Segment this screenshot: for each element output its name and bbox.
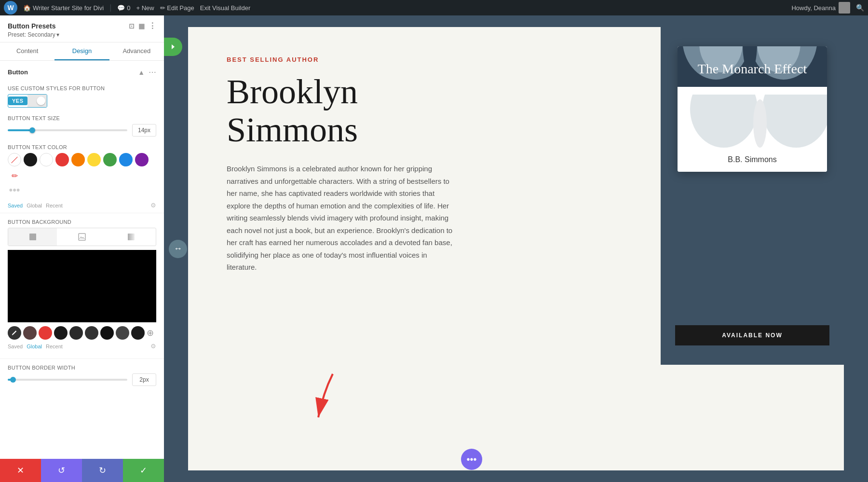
bottom-color-tab-recent[interactable]: Recent	[46, 344, 63, 349]
exit-builder-button[interactable]: Exit Visual Builder	[200, 4, 251, 12]
color-pencil-icon[interactable]: ✏	[8, 169, 21, 182]
undo-icon: ↺	[58, 465, 65, 476]
text-size-track[interactable]	[8, 129, 127, 131]
custom-styles-row: Use Custom Styles For Button YES	[0, 82, 164, 111]
color-tabs: Saved Global Recent ⚙	[0, 200, 164, 211]
color-tab-global[interactable]: Global	[27, 203, 42, 208]
border-width-label: Button Border Width	[8, 365, 156, 371]
panel-preset[interactable]: Preset: Secondary ▾	[8, 31, 156, 38]
bs-black-1[interactable]	[54, 326, 68, 340]
page-canvas: BEST SELLING AUTHOR Brooklyn Simmons Bro…	[188, 27, 844, 470]
hero-section: BEST SELLING AUTHOR Brooklyn Simmons Bro…	[188, 27, 844, 365]
svg-rect-0	[29, 234, 36, 240]
comments-link[interactable]: 💬 0	[117, 4, 130, 12]
color-transparent[interactable]	[8, 153, 21, 166]
panel-tabs: Content Design Advanced	[0, 42, 164, 61]
left-panel: Button Presets ⊡ ▦ ⋮ Preset: Secondary ▾…	[0, 15, 164, 482]
svg-rect-2	[128, 234, 135, 240]
site-icon: 🏠	[23, 4, 31, 12]
content-area: ↔ BEST SELLING AUTHOR Brooklyn Simmons B…	[164, 15, 868, 482]
panel-content: Button ▲ ⋯ Use Custom Styles For Button …	[0, 61, 164, 459]
panel-layout-icon[interactable]: ▦	[138, 22, 145, 30]
section-menu-icon[interactable]: ⋯	[149, 68, 156, 77]
toggle-yes[interactable]: YES	[8, 96, 27, 105]
bs-black-2[interactable]	[131, 326, 145, 340]
redo-button[interactable]: ↻	[82, 459, 123, 482]
text-size-thumb[interactable]	[29, 127, 35, 133]
bs-dark-1[interactable]	[69, 326, 83, 340]
bg-image-icon[interactable]	[57, 228, 106, 246]
top-bar: W 🏠 Writer Starter Site for Divi | 💬 0 +…	[0, 0, 868, 15]
panel-more-icon[interactable]: ⋮	[149, 21, 156, 30]
options-button[interactable]: •••	[461, 449, 482, 470]
color-blue[interactable]	[119, 153, 133, 166]
available-now-button[interactable]: AVAILABLE NOW	[675, 325, 829, 345]
new-button[interactable]: + New	[136, 4, 154, 12]
color-purple[interactable]	[135, 153, 149, 166]
color-black[interactable]	[24, 153, 37, 166]
site-link[interactable]: 🏠 Writer Starter Site for Divi	[23, 4, 104, 12]
bs-dark-2[interactable]	[85, 326, 98, 340]
bg-gradient-icon[interactable]	[107, 228, 156, 246]
color-orange[interactable]	[71, 153, 85, 166]
color-tab-recent[interactable]: Recent	[46, 203, 63, 208]
color-tab-saved[interactable]: Saved	[8, 203, 23, 208]
confirm-button[interactable]: ✓	[123, 459, 164, 482]
panel-toggle-button[interactable]	[164, 38, 182, 56]
separator-2	[0, 358, 164, 359]
color-more-icon[interactable]: •••	[8, 182, 21, 196]
bs-red[interactable]	[39, 326, 52, 340]
color-red[interactable]	[55, 153, 69, 166]
bs-dark-brown[interactable]	[23, 326, 37, 340]
hero-bio: Brooklyn Simmons is a celebrated author …	[227, 163, 458, 274]
border-width-value[interactable]: 2px	[132, 373, 156, 386]
wp-logo[interactable]: W	[4, 1, 17, 14]
bottom-color-tab-saved[interactable]: Saved	[8, 344, 23, 349]
custom-styles-label: Use Custom Styles For Button	[8, 85, 156, 91]
border-thumb[interactable]	[10, 377, 16, 383]
border-track[interactable]	[8, 379, 127, 381]
text-size-slider-row: 14px	[8, 124, 156, 137]
bs-add-icon[interactable]: ⊕	[147, 328, 154, 338]
text-color-palette: ✏	[8, 153, 156, 182]
bottom-color-tab-global[interactable]: Global	[27, 344, 42, 349]
text-size-label: Button Text Size	[8, 115, 156, 121]
section-toggle-icon[interactable]: ▲	[138, 69, 145, 76]
text-color-label: Button Text Color	[8, 144, 156, 150]
horizontal-arrow-button[interactable]: ↔	[169, 240, 187, 258]
preset-arrow-icon: ▾	[56, 31, 59, 38]
hero-tag: BEST SELLING AUTHOR	[227, 56, 632, 63]
background-label: Button Background	[8, 219, 156, 225]
color-white[interactable]	[40, 153, 53, 166]
bs-dark-3[interactable]	[116, 326, 129, 340]
panel-sync-icon[interactable]: ⊡	[129, 22, 135, 30]
options-icon: •••	[466, 454, 476, 465]
bottom-color-settings-icon[interactable]: ⚙	[150, 343, 156, 350]
bs-near-black[interactable]	[100, 326, 114, 340]
section-header: Button ▲ ⋯	[0, 61, 164, 82]
avatar	[839, 2, 850, 14]
tab-design[interactable]: Design	[54, 42, 109, 60]
separator-1	[0, 213, 164, 213]
text-color-row: Button Text Color ✏ •••	[0, 140, 164, 200]
text-size-value[interactable]: 14px	[132, 124, 156, 137]
border-width-slider: 2px	[8, 373, 156, 386]
book-card: The Monarch Effect	[678, 46, 827, 172]
edit-page-button[interactable]: ✏ Edit Page	[160, 4, 194, 12]
tab-advanced[interactable]: Advanced	[109, 42, 164, 60]
search-icon[interactable]: 🔍	[856, 4, 864, 12]
book-cover-bottom: B.B. Simmons	[678, 87, 827, 172]
close-button[interactable]: ✕	[0, 459, 41, 482]
bg-solid-icon[interactable]	[8, 228, 57, 246]
color-green[interactable]	[103, 153, 117, 166]
custom-styles-toggle[interactable]: YES	[8, 94, 47, 108]
user-menu[interactable]: Howdy, Deanna	[791, 2, 850, 14]
tab-content[interactable]: Content	[0, 42, 54, 60]
bg-picker	[8, 228, 156, 246]
bs-pencil-icon[interactable]	[8, 326, 21, 340]
svg-point-10	[753, 99, 767, 148]
close-icon: ✕	[17, 465, 24, 476]
color-settings-icon[interactable]: ⚙	[150, 202, 156, 209]
color-yellow[interactable]	[87, 153, 101, 166]
undo-button[interactable]: ↺	[41, 459, 82, 482]
